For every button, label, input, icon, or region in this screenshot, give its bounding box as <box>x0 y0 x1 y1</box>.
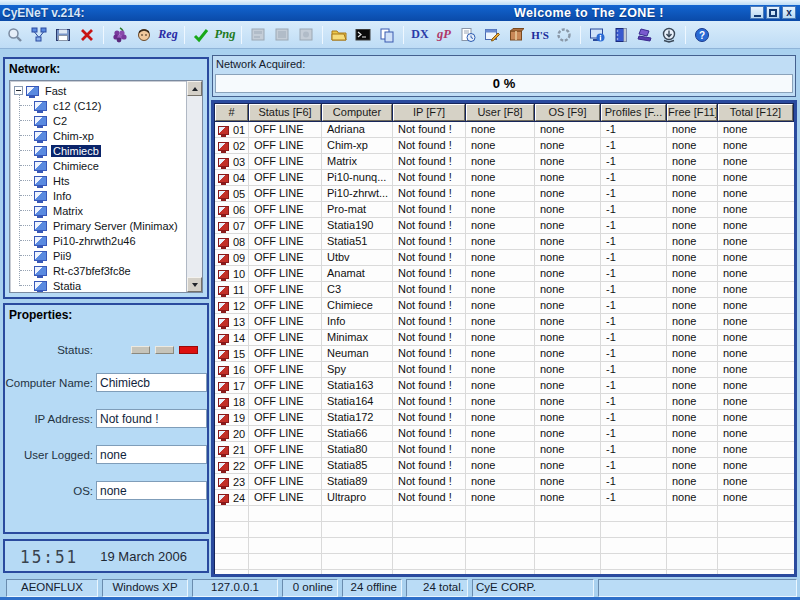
user-button[interactable] <box>132 24 156 46</box>
table-row[interactable]: 01 OFF LINE Adriana Not found ! none non… <box>215 122 794 138</box>
column-header[interactable]: IP [F7] <box>393 104 465 121</box>
table-row[interactable]: 24 OFF LINE Ultrapro Not found ! none no… <box>215 490 794 506</box>
property-field-input[interactable] <box>96 445 207 464</box>
table-row[interactable]: 07 OFF LINE Statia190 Not found ! none n… <box>215 218 794 234</box>
tree-item[interactable]: Info <box>17 188 185 203</box>
table-row[interactable]: 14 OFF LINE Minimax Not found ! none non… <box>215 330 794 346</box>
table-row[interactable]: 16 OFF LINE Spy Not found ! none none -1… <box>215 362 794 378</box>
hs-button[interactable]: H'S <box>528 24 552 46</box>
save-button[interactable] <box>51 24 75 46</box>
table-row[interactable]: 15 OFF LINE Neuman Not found ! none none… <box>215 346 794 362</box>
table-row[interactable]: 11 OFF LINE C3 Not found ! none none -1 … <box>215 282 794 298</box>
delete-button[interactable] <box>75 24 99 46</box>
download-button[interactable] <box>657 24 681 46</box>
table-row[interactable]: 02 OFF LINE Chim-xp Not found ! none non… <box>215 138 794 154</box>
property-field-input[interactable] <box>96 373 207 392</box>
check-button[interactable] <box>189 24 213 46</box>
tree-item[interactable]: Hts <box>17 173 185 188</box>
search-button[interactable] <box>3 24 27 46</box>
tree-item[interactable]: Chimiecb <box>17 143 185 158</box>
offline-computer-icon <box>218 382 229 391</box>
cell-user: none <box>466 282 535 297</box>
copy-button[interactable] <box>375 24 399 46</box>
reg-button[interactable]: Reg <box>156 24 180 46</box>
network-tree[interactable]: Fast c12 (C12) C2 <box>9 80 203 293</box>
table-row[interactable]: 17 OFF LINE Statia163 Not found ! none n… <box>215 378 794 394</box>
column-header[interactable]: Status [F6] <box>249 104 321 121</box>
scroll-down-button[interactable] <box>187 277 202 292</box>
column-header[interactable]: Computer <box>322 104 392 121</box>
column-header[interactable]: # <box>215 104 248 121</box>
dx-button[interactable]: DX <box>408 24 432 46</box>
cell-free: none <box>667 346 718 361</box>
table-row[interactable]: 12 OFF LINE Chimiece Not found ! none no… <box>215 298 794 314</box>
table-row[interactable]: 21 OFF LINE Statia80 Not found ! none no… <box>215 442 794 458</box>
table-row[interactable]: 04 OFF LINE Pi10-nunq... Not found ! non… <box>215 170 794 186</box>
table-row[interactable]: 03 OFF LINE Matrix Not found ! none none… <box>215 154 794 170</box>
help-button[interactable]: ? <box>690 24 714 46</box>
notebook-button[interactable] <box>609 24 633 46</box>
ring-button[interactable] <box>552 24 576 46</box>
tree-item[interactable]: Pi10-zhrwth2u46 <box>17 233 185 248</box>
cell-os: none <box>535 346 601 361</box>
scroll-up-button[interactable] <box>187 81 202 96</box>
table-body[interactable]: 01 OFF LINE Adriana Not found ! none non… <box>215 122 794 574</box>
column-header[interactable]: Total [F12] <box>718 104 793 121</box>
maximize-button[interactable] <box>766 6 780 19</box>
tree-root-label: Fast <box>43 85 68 97</box>
table-row[interactable]: 10 OFF LINE Anamat Not found ! none none… <box>215 266 794 282</box>
table-row[interactable]: 05 OFF LINE Pi10-zhrwt... Not found ! no… <box>215 186 794 202</box>
tree-scrollbar[interactable] <box>186 81 202 292</box>
titlebar: CyENeT v.214: Welcome to The ZONE ! x <box>0 5 800 21</box>
minimize-button[interactable] <box>750 6 764 19</box>
column-header[interactable]: Free [F11] <box>667 104 717 121</box>
console-button[interactable] <box>351 24 375 46</box>
network-map-button[interactable] <box>27 24 51 46</box>
column-header[interactable]: Profiles [F... <box>601 104 666 121</box>
tree-item[interactable]: Pii9 <box>17 248 185 263</box>
property-field-input[interactable] <box>96 481 207 500</box>
find-files-button[interactable] <box>327 24 351 46</box>
table-row[interactable]: 13 OFF LINE Info Not found ! none none -… <box>215 314 794 330</box>
computer-info-button[interactable] <box>585 24 609 46</box>
table-row[interactable]: 09 OFF LINE Utbv Not found ! none none -… <box>215 250 794 266</box>
schedule-button[interactable] <box>456 24 480 46</box>
user-icon <box>136 27 152 43</box>
edit-window-button[interactable] <box>480 24 504 46</box>
scrollbar-track[interactable] <box>187 96 202 277</box>
tree-item[interactable]: Rt-c37bfef3fc8e <box>17 263 185 278</box>
table-row[interactable]: 23 OFF LINE Statia89 Not found ! none no… <box>215 474 794 490</box>
offline-computer-icon <box>218 302 229 311</box>
close-button[interactable]: x <box>782 6 796 19</box>
package-button[interactable] <box>504 24 528 46</box>
stamp-button[interactable] <box>633 24 657 46</box>
tree-item[interactable]: Chim-xp <box>17 128 185 143</box>
tree-item[interactable]: Matrix <box>17 203 185 218</box>
cell-status: OFF LINE <box>249 362 322 377</box>
column-header[interactable]: User [F8] <box>466 104 534 121</box>
tree-item[interactable]: c12 (C12) <box>17 98 185 113</box>
tree-item[interactable]: Statia <box>17 278 185 293</box>
tree-root-fast[interactable]: Fast <box>12 83 185 98</box>
gp-button[interactable]: gP <box>432 24 456 46</box>
tree-item[interactable]: C2 <box>17 113 185 128</box>
table-row[interactable]: 06 OFF LINE Pro-mat Not found ! none non… <box>215 202 794 218</box>
table-row[interactable]: 08 OFF LINE Statia51 Not found ! none no… <box>215 234 794 250</box>
tree-item[interactable]: Chimiece <box>17 158 185 173</box>
property-field-input[interactable] <box>96 409 207 428</box>
computer-icon <box>34 206 47 216</box>
cell-total: none <box>718 346 794 361</box>
column-header[interactable]: OS [F9] <box>535 104 600 121</box>
ping-button[interactable]: Png <box>213 24 237 46</box>
table-row[interactable]: 19 OFF LINE Statia172 Not found ! none n… <box>215 410 794 426</box>
cell-status: OFF LINE <box>249 378 322 393</box>
table-row[interactable]: 20 OFF LINE Statia66 Not found ! none no… <box>215 426 794 442</box>
cell-user: none <box>466 298 535 313</box>
table-row[interactable]: 18 OFF LINE Statia164 Not found ! none n… <box>215 394 794 410</box>
toolbar-separator <box>322 26 323 44</box>
property-field-row: IP Address: <box>5 409 207 428</box>
tree-item[interactable]: Primary Server (Minimax) <box>17 218 185 233</box>
cell-status: OFF LINE <box>249 330 322 345</box>
grapes-button[interactable] <box>108 24 132 46</box>
table-row[interactable]: 22 OFF LINE Statia85 Not found ! none no… <box>215 458 794 474</box>
